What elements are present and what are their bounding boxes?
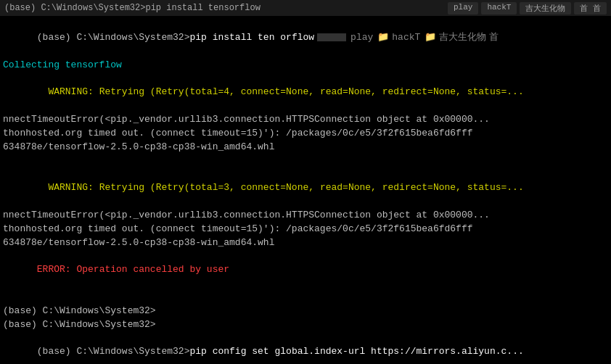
tab-play[interactable]: play <box>448 2 478 15</box>
terminal-line-warn2: WARNING: Retrying (Retry(total=3, connec… <box>3 167 608 209</box>
output-area: (base) C:\Windows\System32>pip install t… <box>0 16 611 364</box>
terminal-line-3: nnectTimeoutError(<pip._vendor.urllib3.c… <box>3 113 608 127</box>
command-text: pip install ten orflow <box>189 32 314 43</box>
terminal-line-error: ERROR: Operation cancelled by user <box>3 249 608 291</box>
cmd-pip-config: pip config set global.index-url https://… <box>189 346 523 357</box>
warning-label-2: WARNING: Retrying (Retry(total=3, connec… <box>37 182 524 193</box>
terminal-line-collecting: Collecting tensorflow <box>3 59 608 73</box>
tab-shou[interactable]: 首 首 <box>574 2 607 15</box>
terminal-line-8: nnectTimeoutError(<pip._vendor.urllib3.c… <box>3 209 608 223</box>
tab-hackt[interactable]: hackT <box>481 2 517 15</box>
terminal-window: (base) C:\Windows\System32>pip install t… <box>0 0 611 364</box>
tab-jida[interactable]: 吉大生化物 <box>520 2 571 15</box>
terminal-line-prompt2: (base) C:\Windows\System32> <box>3 318 608 332</box>
terminal-line: (base) C:\Windows\System32>pip install t… <box>3 17 608 59</box>
terminal-line-blank2 <box>3 291 608 305</box>
terminal-line-blank1 <box>3 154 608 167</box>
terminal-line-pip-config: (base) C:\Windows\System32>pip config se… <box>3 331 608 364</box>
terminal-line-10: 634878e/tensorflow-2.5.0-cp38-cp38-win_a… <box>3 236 608 250</box>
terminal-line-warn1: WARNING: Retrying (Retry(total=4, connec… <box>3 72 608 113</box>
terminal-line-4: thonhosted.org timed out. (connect timeo… <box>3 127 608 141</box>
title-bar-left: (base) C:\Windows\System32>pip install t… <box>4 3 436 13</box>
terminal-line-5: 634878e/tensorflow-2.5.0-cp38-cp38-win_a… <box>3 141 608 154</box>
prompt-3: (base) C:\Windows\System32> <box>37 346 190 357</box>
error-label: ERROR: Operation cancelled by user <box>37 264 229 275</box>
warning-label: WARNING: Retrying (Retry(total=4, connec… <box>37 86 524 97</box>
title-bar: (base) C:\Windows\System32>pip install t… <box>0 0 611 16</box>
title-bar-tabs: play hackT 吉大生化物 首 首 <box>448 2 607 15</box>
prompt: (base) C:\Windows\System32> <box>37 32 190 43</box>
terminal-line-prompt1: (base) C:\Windows\System32> <box>3 305 608 318</box>
title-bar-path: (base) C:\Windows\System32>pip install t… <box>4 3 261 13</box>
terminal-line-9: thonhosted.org timed out. (connect timeo… <box>3 223 608 236</box>
